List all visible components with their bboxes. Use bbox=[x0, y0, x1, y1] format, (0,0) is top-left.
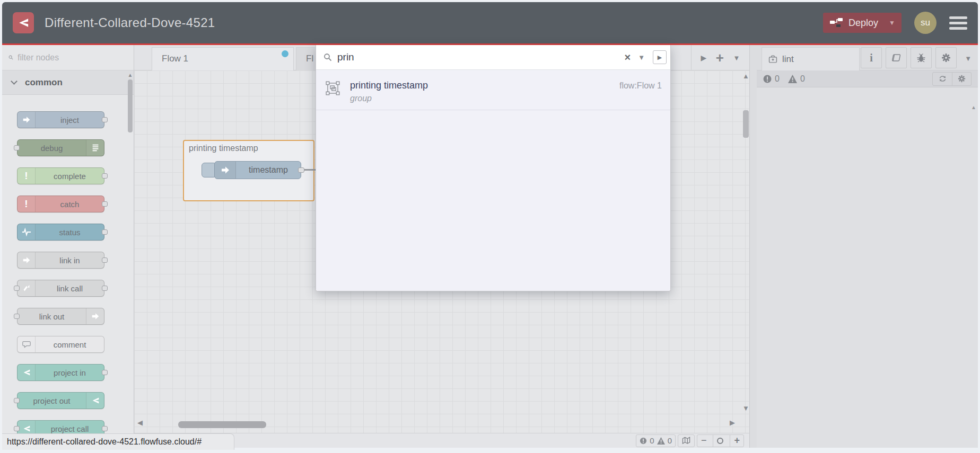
lint-summary-bar: 0 0 bbox=[757, 70, 978, 87]
warning-icon bbox=[657, 437, 665, 445]
search-options-caret-icon[interactable]: ▼ bbox=[638, 54, 645, 61]
flow-list-caret-icon[interactable]: ▼ bbox=[733, 54, 740, 62]
settings-button[interactable] bbox=[935, 47, 957, 68]
search-result-item[interactable]: printing timestamp group flow:Flow 1 bbox=[316, 75, 670, 110]
palette-filter[interactable] bbox=[2, 45, 134, 70]
refresh-icon bbox=[939, 75, 947, 83]
user-avatar[interactable]: su bbox=[914, 12, 937, 34]
lint-kit-icon bbox=[768, 55, 777, 64]
link-arrow-icon bbox=[18, 252, 36, 268]
palette-node-link-call[interactable]: link call bbox=[17, 280, 104, 297]
right-sidebar: lint i ▼ 0 0 ▲ bbox=[757, 45, 978, 448]
lint-actions bbox=[932, 72, 972, 86]
palette-category-common[interactable]: common bbox=[2, 70, 134, 95]
flowfuse-logo-icon bbox=[13, 12, 34, 33]
node-output-port[interactable] bbox=[298, 167, 304, 173]
node-port bbox=[102, 201, 108, 207]
palette-scrollbar[interactable]: ▲ ▼ bbox=[127, 71, 134, 448]
chevron-down-icon bbox=[11, 78, 18, 85]
node-port bbox=[102, 370, 108, 375]
clear-search-icon[interactable]: × bbox=[624, 51, 631, 64]
tab-flow-1[interactable]: Flow 1 bbox=[152, 47, 294, 70]
scroll-up-icon[interactable]: ▲ bbox=[971, 104, 976, 110]
error-icon bbox=[763, 75, 772, 83]
group-label: printing timestamp bbox=[189, 144, 258, 153]
scroll-down-icon[interactable]: ▼ bbox=[742, 404, 749, 412]
zoom-out-button[interactable]: − bbox=[697, 435, 711, 447]
palette-node-status[interactable]: status bbox=[17, 224, 104, 241]
info-button[interactable]: i bbox=[861, 47, 882, 68]
node-port bbox=[102, 229, 108, 235]
sidebar-tabrow: lint i ▼ bbox=[757, 45, 978, 70]
inject-arrow-icon bbox=[18, 112, 36, 128]
sidebar-splitter[interactable] bbox=[749, 45, 757, 448]
search-input[interactable] bbox=[337, 51, 619, 63]
refresh-button[interactable] bbox=[933, 73, 952, 85]
zoom-controls: − + bbox=[697, 434, 744, 447]
palette-node-list: inject debug ! complete ! catch status bbox=[2, 95, 134, 437]
palette-node-complete[interactable]: ! complete bbox=[17, 167, 104, 184]
zoom-in-button[interactable]: + bbox=[730, 435, 743, 447]
wire[interactable] bbox=[304, 169, 316, 171]
deploy-icon bbox=[829, 17, 843, 29]
footer-issue-counts[interactable]: 0 0 bbox=[636, 434, 676, 447]
palette-filter-input[interactable] bbox=[18, 53, 127, 63]
search-icon bbox=[8, 54, 13, 61]
palette-node-comment[interactable]: comment bbox=[17, 336, 104, 353]
warning-icon bbox=[788, 75, 797, 83]
deploy-caret-icon[interactable]: ▼ bbox=[883, 19, 895, 26]
lint-warning-count: 0 bbox=[800, 74, 805, 84]
gear-icon bbox=[941, 53, 951, 63]
search-dialog: × ▼ ▶ printing timestamp group flow:Flow… bbox=[316, 45, 671, 291]
palette-node-project-out[interactable]: project out bbox=[17, 392, 104, 409]
node-port bbox=[14, 398, 20, 403]
link-call-icon bbox=[18, 280, 36, 296]
scroll-up-icon[interactable]: ▲ bbox=[742, 72, 749, 80]
palette-node-debug[interactable]: debug bbox=[17, 139, 104, 156]
flowfuse-icon bbox=[18, 365, 36, 380]
exclamation-icon: ! bbox=[18, 168, 36, 184]
main-menu-icon[interactable] bbox=[949, 16, 967, 30]
tabbar-controls: ▶ + ▼ bbox=[691, 45, 749, 70]
minimap-toggle[interactable] bbox=[678, 434, 695, 447]
search-icon bbox=[323, 53, 332, 61]
node-port bbox=[14, 286, 20, 291]
lint-panel-content: ▲ bbox=[757, 87, 978, 448]
info-icon: i bbox=[870, 52, 873, 64]
scroll-left-icon[interactable]: ◀ bbox=[137, 419, 143, 427]
canvas-node-timestamp[interactable]: timestamp bbox=[214, 161, 301, 179]
scrollbar-thumb[interactable] bbox=[128, 79, 133, 132]
deploy-button[interactable]: Deploy ▼ bbox=[823, 13, 902, 33]
scroll-right-icon[interactable]: ▶ bbox=[730, 419, 735, 427]
vertical-scrollbar-thumb[interactable] bbox=[743, 110, 749, 138]
palette-node-catch[interactable]: ! catch bbox=[17, 196, 104, 212]
deploy-label: Deploy bbox=[848, 17, 878, 29]
lint-settings-button[interactable] bbox=[952, 73, 971, 85]
lint-error-count: 0 bbox=[775, 74, 780, 84]
palette-node-link-in[interactable]: link in bbox=[17, 252, 104, 269]
scroll-tabs-right-icon[interactable]: ▶ bbox=[701, 54, 707, 62]
node-port bbox=[14, 426, 20, 431]
node-port bbox=[14, 314, 20, 319]
bug-icon bbox=[916, 54, 926, 63]
sidebar-tab-lint[interactable]: lint bbox=[762, 47, 860, 70]
comment-bubble-icon bbox=[18, 336, 36, 352]
zoom-reset-button[interactable] bbox=[713, 435, 727, 447]
scroll-up-icon[interactable]: ▲ bbox=[127, 72, 134, 78]
palette-node-project-in[interactable]: project in bbox=[17, 364, 104, 381]
node-palette: common inject debug ! complete ! catch bbox=[2, 45, 134, 448]
map-icon bbox=[682, 437, 690, 445]
help-button[interactable] bbox=[886, 47, 907, 68]
error-icon bbox=[640, 437, 647, 445]
sidebar-caret-icon[interactable]: ▼ bbox=[965, 55, 972, 63]
search-next-button[interactable]: ▶ bbox=[653, 50, 667, 64]
add-flow-button[interactable]: + bbox=[716, 50, 724, 66]
palette-node-link-out[interactable]: link out bbox=[17, 308, 104, 325]
horizontal-scrollbar-thumb[interactable] bbox=[178, 421, 266, 428]
palette-node-inject[interactable]: inject bbox=[17, 111, 104, 128]
debug-button[interactable] bbox=[911, 47, 932, 68]
flowfuse-icon bbox=[86, 393, 104, 408]
node-port bbox=[102, 173, 108, 179]
group-icon bbox=[326, 81, 340, 97]
exclamation-icon: ! bbox=[18, 196, 36, 212]
